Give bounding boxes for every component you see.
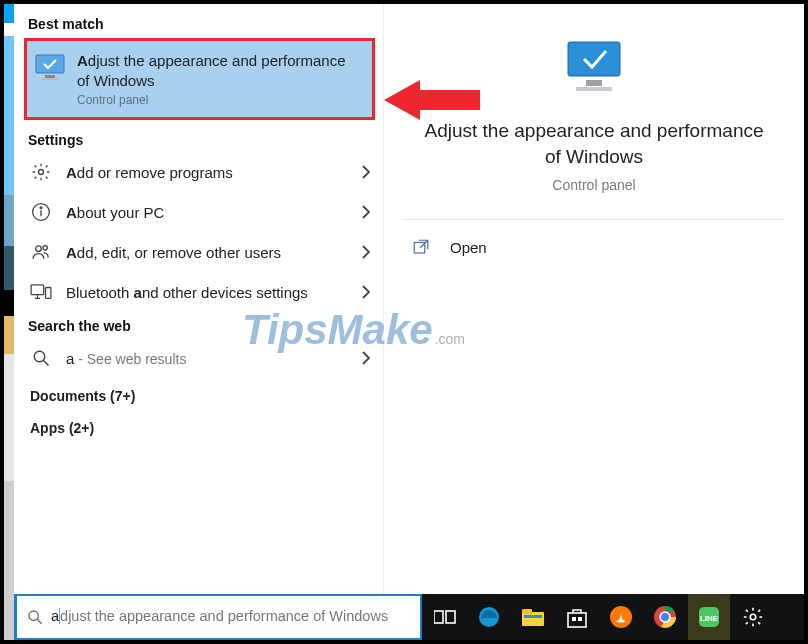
taskbar-settings-icon[interactable] — [732, 594, 774, 640]
preview-subtitle: Control panel — [404, 177, 784, 193]
settings-item-label: About your PC — [66, 204, 347, 221]
taskbar: LINE — [422, 594, 804, 640]
chevron-right-icon — [361, 351, 371, 365]
chevron-right-icon — [361, 245, 371, 259]
svg-rect-2 — [41, 78, 59, 80]
svg-rect-14 — [586, 80, 602, 86]
section-documents-header[interactable]: Documents (7+) — [20, 378, 379, 410]
svg-rect-22 — [522, 612, 544, 626]
svg-rect-9 — [31, 285, 44, 295]
chevron-right-icon — [361, 205, 371, 219]
svg-rect-20 — [446, 611, 455, 623]
section-apps-header[interactable]: Apps (2+) — [20, 410, 379, 442]
svg-rect-0 — [36, 55, 64, 73]
svg-rect-10 — [46, 288, 51, 299]
preview-monitor-icon — [404, 40, 784, 96]
section-best-match-header: Best match — [20, 10, 379, 36]
svg-point-7 — [36, 246, 42, 252]
settings-item-label: Add, edit, or remove other users — [66, 244, 347, 261]
search-icon — [30, 347, 52, 369]
svg-point-3 — [39, 170, 44, 175]
svg-point-17 — [29, 611, 38, 620]
web-result-item[interactable]: a - See web results — [20, 338, 379, 378]
chevron-right-icon — [361, 285, 371, 299]
users-icon — [30, 241, 52, 263]
settings-item-label: Add or remove programs — [66, 164, 347, 181]
settings-item-users[interactable]: Add, edit, or remove other users — [20, 232, 379, 272]
chevron-right-icon — [361, 165, 371, 179]
svg-rect-25 — [568, 613, 586, 627]
taskbar-chrome-icon[interactable] — [644, 594, 686, 640]
open-label: Open — [450, 239, 487, 256]
open-action[interactable]: Open — [404, 220, 784, 274]
taskbar-avast-icon[interactable] — [600, 594, 642, 640]
taskbar-explorer-icon[interactable] — [512, 594, 554, 640]
monitor-icon — [35, 51, 65, 83]
best-match-subtitle: Control panel — [77, 93, 362, 107]
gear-icon — [30, 161, 52, 183]
settings-item-label: Bluetooth and other devices settings — [66, 284, 347, 301]
open-icon — [412, 238, 430, 256]
settings-item-about-pc[interactable]: About your PC — [20, 192, 379, 232]
web-result-label: a - See web results — [66, 350, 347, 367]
svg-rect-23 — [522, 609, 532, 614]
svg-rect-15 — [576, 87, 612, 91]
svg-rect-24 — [524, 615, 542, 618]
svg-rect-19 — [434, 611, 443, 623]
preview-title: Adjust the appearance and performance of… — [404, 118, 784, 169]
info-icon — [30, 201, 52, 223]
section-search-web-header: Search the web — [20, 312, 379, 338]
settings-item-bluetooth[interactable]: Bluetooth and other devices settings — [20, 272, 379, 312]
taskbar-store-icon[interactable] — [556, 594, 598, 640]
svg-rect-13 — [568, 42, 620, 76]
settings-item-add-remove-programs[interactable]: Add or remove programs — [20, 152, 379, 192]
svg-point-34 — [750, 614, 756, 620]
best-match-item[interactable]: Adjust the appearance and performance of… — [24, 38, 375, 120]
preview-panel: Adjust the appearance and performance of… — [384, 4, 804, 594]
svg-rect-27 — [578, 617, 582, 621]
taskbar-taskview-icon[interactable] — [424, 594, 466, 640]
best-match-title: Adjust the appearance and performance of… — [77, 51, 362, 90]
taskbar-line-icon[interactable]: LINE — [688, 594, 730, 640]
devices-icon — [30, 281, 52, 303]
search-text: adjust the appearance and performance of… — [51, 608, 414, 625]
svg-point-8 — [43, 246, 47, 250]
svg-rect-26 — [572, 617, 576, 621]
search-input[interactable]: adjust the appearance and performance of… — [14, 594, 422, 640]
svg-point-6 — [40, 207, 42, 209]
taskbar-edge-icon[interactable] — [468, 594, 510, 640]
section-settings-header: Settings — [20, 126, 379, 152]
left-decorative-edge — [4, 4, 14, 640]
svg-line-12 — [43, 360, 48, 365]
svg-rect-1 — [45, 75, 55, 78]
search-icon — [27, 609, 43, 625]
svg-line-18 — [37, 619, 42, 624]
svg-point-11 — [34, 351, 45, 362]
svg-text:LINE: LINE — [700, 614, 719, 623]
search-results-panel: Best match Adjust the appearance and per… — [14, 4, 384, 594]
